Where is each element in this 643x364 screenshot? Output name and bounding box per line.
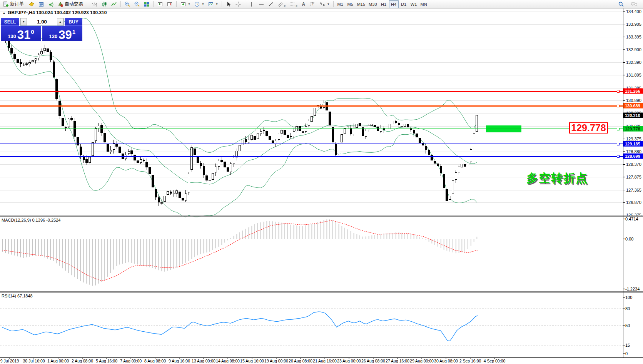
candle-body <box>215 167 217 172</box>
buy-price-prefix: 130 <box>49 33 57 40</box>
crosshair-tool-button[interactable] <box>234 0 243 8</box>
timeframe-M30[interactable]: M30 <box>367 0 378 8</box>
channel-letter: E <box>284 5 286 8</box>
candlestick-chart-button[interactable] <box>100 0 109 8</box>
symbol-header[interactable]: ▲GBPJPY-,H4 130.024 130.402 129.923 130.… <box>2 10 107 15</box>
candle-body <box>311 116 313 121</box>
middle-band <box>6 39 477 184</box>
collapse-icon[interactable]: ▲ <box>2 11 6 15</box>
level-price-chip-text: 131.266 <box>625 89 640 94</box>
text-tool-button[interactable]: A <box>299 0 308 8</box>
time-axis[interactable]: 9 Jul 201930 Jul 16:001 Aug 00:002 Aug 0… <box>0 358 506 363</box>
periods-button[interactable]: ▼ <box>192 0 206 8</box>
candle-body <box>224 162 226 167</box>
line-chart-button[interactable] <box>109 0 119 8</box>
indicators-button[interactable]: ▼ <box>179 0 192 8</box>
bar-chart-button[interactable] <box>90 0 99 8</box>
candle-body <box>158 197 160 202</box>
volume-input[interactable] <box>27 18 57 25</box>
auto-scroll-button[interactable] <box>155 0 165 8</box>
main-toolbar: 新订单 自动交易 ▼ ▼ ▼ E F A T ▼ M1M5M15M30H1H4D… <box>0 0 643 8</box>
timeframe-D1[interactable]: D1 <box>399 0 409 8</box>
candle-body <box>221 160 223 162</box>
rsi-axis-label: 80 <box>625 306 630 311</box>
candle-body <box>44 48 46 50</box>
candle-body <box>434 161 436 164</box>
line-handle[interactable] <box>617 105 619 107</box>
new-order-button[interactable]: 新订单 <box>1 0 27 8</box>
time-label: 26 Aug 08:00 <box>361 359 385 363</box>
rsi-axis-label: 100 <box>625 295 632 300</box>
timeframe-MN[interactable]: MN <box>419 0 429 8</box>
time-label: 29 Aug 00:00 <box>410 359 434 363</box>
timeframe-W1[interactable]: W1 <box>409 0 419 8</box>
buy-button[interactable]: BUY <box>65 18 82 26</box>
macd-indicator-label: MACD(12,26,9) 0.1396 -0.2524 <box>2 218 60 222</box>
timeframe-H1[interactable]: H1 <box>379 0 389 8</box>
candle-body <box>176 190 178 193</box>
time-label: 23 Aug 00:00 <box>337 359 361 363</box>
toolbar-separator <box>245 1 245 7</box>
autotrading-button[interactable]: 自动交易 <box>56 0 86 8</box>
sell-price-display[interactable]: 130310 <box>1 26 41 41</box>
timeframe-H4[interactable]: H4 <box>389 0 399 8</box>
zoom-in-button[interactable] <box>123 0 132 8</box>
vertical-line-tool-button[interactable] <box>247 0 256 8</box>
buy-price-display[interactable]: 130391 <box>42 26 83 41</box>
volume-increase-button[interactable]: ▲ <box>57 18 63 25</box>
time-label: 20 Aug 08:00 <box>289 359 312 363</box>
line-handle[interactable] <box>617 128 619 130</box>
price-callout-box[interactable]: 129.778 <box>569 122 608 134</box>
time-label: 2 Aug 08:00 <box>72 359 93 363</box>
chart-canvas[interactable]: 134.400133.905133.395132.900132.390131.8… <box>0 8 643 364</box>
candle-body <box>155 190 157 197</box>
candle-body <box>464 164 466 167</box>
line-handle[interactable] <box>617 155 619 158</box>
line-handle[interactable] <box>617 90 619 93</box>
fibonacci-tool-button[interactable]: F <box>287 0 299 8</box>
timeframe-M15[interactable]: M15 <box>356 0 367 8</box>
zoom-out-button[interactable] <box>132 0 142 8</box>
sell-button[interactable]: SELL <box>1 18 19 26</box>
channel-tool-button[interactable]: E <box>276 0 287 8</box>
turning-point-annotation[interactable]: 多空转折点 <box>526 170 588 186</box>
signals-button[interactable] <box>46 0 55 8</box>
candle-body <box>209 180 211 181</box>
label-tool-button[interactable]: T <box>308 0 317 8</box>
trendline-tool-button[interactable] <box>266 0 276 8</box>
market-watch-button[interactable] <box>37 0 46 8</box>
cursor-tool-button[interactable] <box>224 0 233 8</box>
line-handle[interactable] <box>617 143 619 145</box>
tile-windows-button[interactable] <box>142 0 151 8</box>
metaeditor-button[interactable] <box>27 0 36 8</box>
volume-decrease-button[interactable]: ▼ <box>20 18 27 25</box>
chat-bubbles-icon <box>631 1 637 7</box>
candle-body <box>182 198 184 200</box>
candlestick-series <box>2 33 478 205</box>
candle-body <box>38 55 40 58</box>
candle-body <box>314 108 316 116</box>
candle-body <box>428 150 430 154</box>
candle-body <box>167 192 169 195</box>
chat-button[interactable] <box>630 0 639 8</box>
timeframe-M1[interactable]: M1 <box>336 0 345 8</box>
candle-body <box>395 121 397 123</box>
horizontal-line-tool-button[interactable] <box>257 0 266 8</box>
candle-body <box>440 166 442 172</box>
toolbar-separator <box>88 1 88 7</box>
candle-body <box>35 59 37 60</box>
candle-body <box>404 124 406 126</box>
search-button[interactable] <box>616 0 626 8</box>
candle-body <box>140 160 142 163</box>
chart-shift-button[interactable] <box>165 0 174 8</box>
macd-panel <box>2 219 479 286</box>
sell-price-big: 31 <box>17 30 30 40</box>
candle-body <box>200 164 202 166</box>
dropdown-caret-icon: ▼ <box>188 3 190 5</box>
timeframe-M5[interactable]: M5 <box>346 0 355 8</box>
arrows-tool-button[interactable]: ▼ <box>318 0 331 8</box>
candle-body <box>104 133 106 142</box>
candle-body <box>137 160 139 162</box>
templates-button[interactable]: ▼ <box>206 0 220 8</box>
candle-body <box>251 135 253 140</box>
